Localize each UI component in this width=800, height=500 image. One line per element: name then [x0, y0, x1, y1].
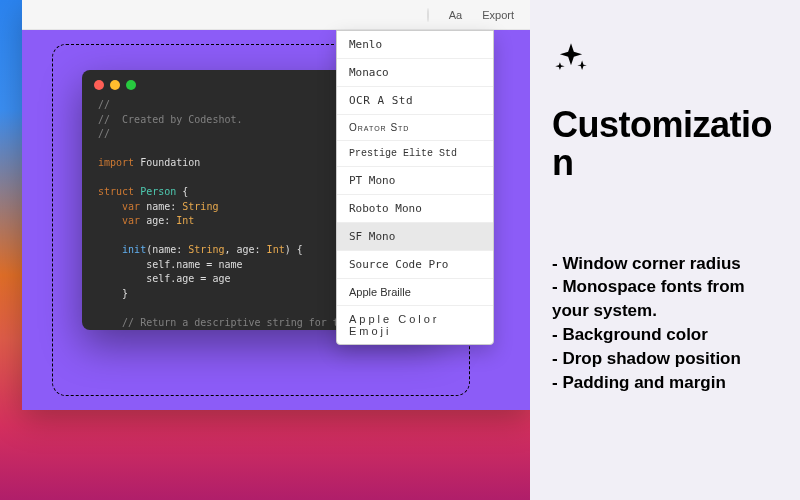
color-wheel-icon: [427, 8, 429, 22]
zoom-icon: [126, 80, 136, 90]
font-menu-item[interactable]: Roboto Mono: [337, 195, 493, 223]
feature-item: Background color: [552, 323, 778, 347]
promo-headline: Customization: [552, 106, 778, 182]
toolbar: Aa Export: [22, 0, 530, 30]
font-menu-item[interactable]: Prestige Elite Std: [337, 141, 493, 167]
font-menu-item[interactable]: Apple Braille: [337, 279, 493, 306]
sparkle-icon: [552, 40, 590, 78]
feature-item: Drop shadow position: [552, 347, 778, 371]
font-menu-item[interactable]: Source Code Pro: [337, 251, 493, 279]
feature-item: Padding and margin: [552, 371, 778, 395]
font-menu-item[interactable]: Orator Std: [337, 115, 493, 141]
export-button[interactable]: Export: [476, 7, 520, 23]
app-window: Aa Export // // Created by Codeshot. // …: [22, 0, 530, 410]
feature-list: Window corner radiusMonospace fonts from…: [552, 252, 778, 395]
font-menu-item[interactable]: Apple Color Emoji: [337, 306, 493, 344]
font-menu-item[interactable]: OCR A Std: [337, 87, 493, 115]
minimize-icon: [110, 80, 120, 90]
font-menu-item[interactable]: Menlo: [337, 31, 493, 59]
font-menu-item[interactable]: SF Mono: [337, 223, 493, 251]
color-picker-button[interactable]: [421, 7, 435, 23]
font-menu-item[interactable]: Monaco: [337, 59, 493, 87]
font-menu-item[interactable]: PT Mono: [337, 167, 493, 195]
promo-panel: Customization Window corner radiusMonosp…: [530, 0, 800, 500]
feature-item: Window corner radius: [552, 252, 778, 276]
feature-item: Monospace fonts from your system.: [552, 275, 778, 323]
app-preview-pane: Aa Export // // Created by Codeshot. // …: [0, 0, 530, 500]
close-icon: [94, 80, 104, 90]
font-button[interactable]: Aa: [443, 7, 468, 23]
font-dropdown-menu[interactable]: MenloMonacoOCR A StdOrator StdPrestige E…: [336, 30, 494, 345]
